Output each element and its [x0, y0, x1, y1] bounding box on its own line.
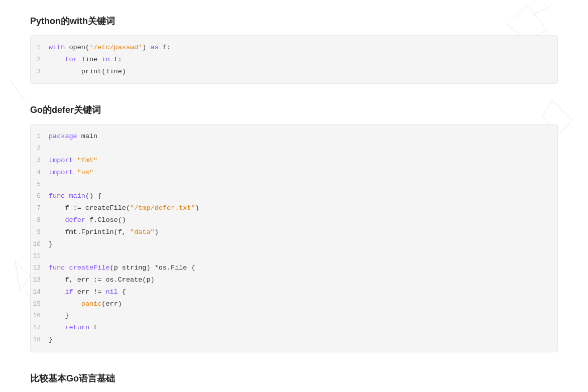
- code-token: f: [89, 324, 97, 331]
- code-line: 3 print(line): [31, 66, 557, 78]
- code-token: () {: [85, 192, 101, 200]
- code-token: createFile: [69, 264, 110, 272]
- code-token: func: [49, 192, 65, 200]
- code-token: package: [49, 133, 77, 140]
- code-token: for: [65, 56, 77, 63]
- svg-marker-8: [15, 261, 30, 291]
- code-token: f, err := os.Create(p): [49, 276, 155, 284]
- code-token: ): [195, 204, 199, 212]
- code-text: f, err := os.Create(p): [49, 275, 155, 286]
- code-token: [49, 300, 81, 308]
- code-token: if: [65, 288, 73, 296]
- code-text: defer f.Close(): [49, 215, 126, 226]
- go-defer-section: Go的defer关键词 1package main2 3import "fmt"…: [30, 104, 558, 352]
- code-text: }: [49, 239, 53, 250]
- code-text: func main() {: [49, 191, 101, 202]
- line-number: 3: [31, 67, 49, 77]
- code-text: panic(err): [49, 299, 122, 310]
- code-token: line: [77, 56, 102, 63]
- code-token: with: [49, 44, 65, 51]
- line-number: 9: [31, 227, 49, 238]
- code-token: func: [49, 264, 65, 272]
- line-number: 8: [31, 215, 49, 226]
- svg-line-1: [532, 5, 552, 15]
- code-token: [49, 56, 65, 63]
- code-token: in: [101, 56, 109, 63]
- python-with-title: Python的with关键词: [30, 15, 558, 27]
- code-line: 13 f, err := os.Create(p): [31, 274, 557, 286]
- go-code-block: 1package main2 3import "fmt"4import "os"…: [30, 124, 558, 352]
- code-token: import: [49, 157, 73, 164]
- code-token: [49, 216, 65, 224]
- code-text: import "fmt": [49, 155, 97, 166]
- code-token: f := createFile(: [49, 204, 130, 212]
- code-token: }: [49, 240, 53, 248]
- code-line: 8 defer f.Close(): [31, 214, 557, 226]
- code-text: func createFile(p string) *os.File {: [49, 263, 195, 274]
- code-token: [65, 264, 69, 272]
- python-code-block: 1with open('/etc/passwd') as f:2 for lin…: [30, 35, 558, 84]
- code-line: 1package main: [31, 130, 557, 143]
- code-token: as: [151, 44, 159, 51]
- code-token: nil: [105, 288, 117, 296]
- code-line: 11: [31, 250, 557, 262]
- line-number: 18: [31, 335, 49, 345]
- code-line: 4import "os": [31, 167, 557, 179]
- code-text: }: [49, 310, 69, 321]
- line-number: 12: [31, 263, 49, 274]
- code-token: [65, 192, 69, 200]
- code-text: [49, 250, 53, 262]
- line-number: 16: [31, 311, 49, 321]
- code-token: panic: [81, 300, 102, 308]
- code-line: 17 return f: [31, 322, 557, 334]
- code-line: 18}: [31, 334, 557, 346]
- code-token: }: [49, 312, 69, 319]
- line-number: 14: [31, 287, 49, 298]
- code-token: [49, 324, 65, 331]
- python-with-section: Python的with关键词 1with open('/etc/passwd')…: [30, 15, 558, 84]
- code-text: f := createFile("/tmp/defer.txt"): [49, 203, 199, 214]
- code-token: main: [77, 133, 98, 140]
- code-line: 1with open('/etc/passwd') as f:: [31, 42, 557, 54]
- code-token: (err): [101, 300, 122, 308]
- code-token: (p string) *os.File {: [110, 264, 195, 272]
- code-token: print(line): [49, 68, 126, 75]
- code-text: [49, 143, 53, 154]
- code-line: 5: [31, 179, 557, 191]
- code-text: import "os": [49, 167, 93, 178]
- line-number: 4: [31, 168, 49, 178]
- code-token: "data": [130, 228, 155, 236]
- line-number: 1: [31, 132, 49, 142]
- code-token: f:: [110, 56, 122, 63]
- code-token: [73, 157, 77, 164]
- line-number: 2: [31, 144, 49, 154]
- bottom-title: 比较基本Go语言基础: [30, 372, 558, 384]
- code-token: "os": [77, 169, 93, 176]
- code-line: 10}: [31, 238, 557, 250]
- code-token: [73, 169, 77, 176]
- code-text: if err != nil {: [49, 287, 126, 298]
- code-token: open(: [65, 44, 89, 51]
- code-line: 6func main() {: [31, 190, 557, 202]
- code-line: 14 if err != nil {: [31, 286, 557, 298]
- code-token: main: [69, 192, 85, 200]
- code-text: package main: [49, 131, 97, 142]
- code-text: print(line): [49, 66, 126, 77]
- svg-line-7: [10, 80, 25, 100]
- line-number: 6: [31, 191, 49, 202]
- code-token: ): [142, 44, 150, 51]
- code-text: return f: [49, 322, 97, 333]
- code-token: f.Close(): [85, 216, 126, 224]
- line-number: 17: [31, 323, 49, 333]
- code-token: defer: [65, 216, 85, 224]
- code-line: 9 fmt.Fprintln(f, "data"): [31, 226, 557, 238]
- code-line: 3import "fmt": [31, 155, 557, 167]
- code-text: for line in f:: [49, 54, 122, 65]
- code-text: }: [49, 334, 53, 345]
- code-line: 2: [31, 143, 557, 155]
- code-token: f:: [159, 44, 171, 51]
- code-line: 2 for line in f:: [31, 54, 557, 66]
- code-text: with open('/etc/passwd') as f:: [49, 42, 171, 53]
- line-number: 5: [31, 180, 49, 190]
- line-number: 1: [31, 43, 49, 53]
